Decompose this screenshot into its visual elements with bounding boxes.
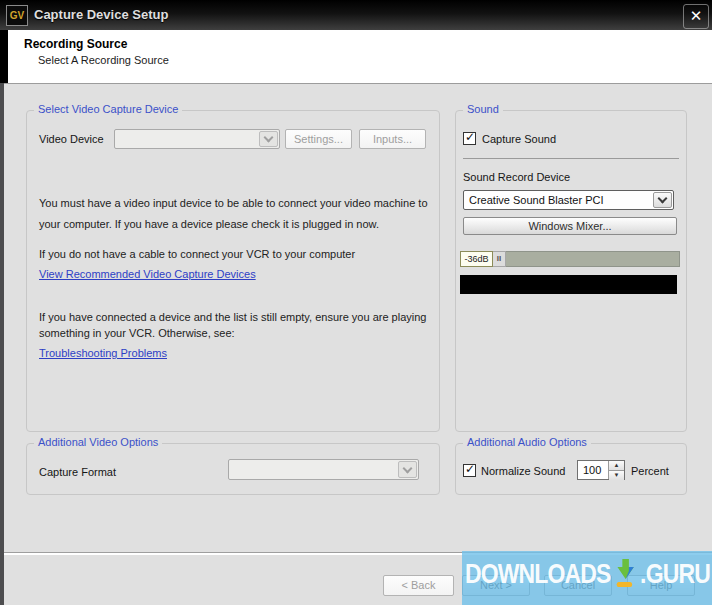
- sound-group: Sound ✓ Capture Sound Sound Record Devic…: [455, 110, 687, 432]
- sound-group-title: Sound: [463, 103, 503, 115]
- video-options-group-title: Additional Video Options: [34, 436, 162, 448]
- chevron-down-icon[interactable]: [259, 131, 278, 147]
- normalize-percent-value: 100: [578, 461, 608, 479]
- video-help-paragraph-1: You must have a video input device to be…: [39, 193, 441, 235]
- sound-separator: [463, 158, 679, 159]
- watermark-content: DOWNLOADS .GURU: [464, 558, 709, 590]
- stepper-down-icon[interactable]: ▼: [609, 471, 624, 480]
- title-bar[interactable]: GV Capture Device Setup ✕: [0, 0, 712, 30]
- troubleshooting-link[interactable]: Troubleshooting Problems: [39, 347, 167, 359]
- video-device-label: Video Device: [39, 133, 104, 145]
- header-panel: Recording Source Select A Recording Sour…: [8, 30, 712, 83]
- downloads-guru-watermark: DOWNLOADS .GURU: [462, 551, 712, 605]
- percent-label: Percent: [631, 465, 669, 477]
- back-button[interactable]: < Back: [383, 575, 454, 596]
- capture-sound-label: Capture Sound: [482, 133, 556, 145]
- window-title: Capture Device Setup: [34, 0, 168, 30]
- video-device-select[interactable]: [114, 129, 280, 149]
- record-device-label: Sound Record Device: [463, 171, 570, 183]
- checkmark-icon: ✓: [465, 130, 475, 144]
- page-subtitle: Select A Recording Source: [38, 54, 169, 66]
- recommended-devices-link[interactable]: View Recommended Video Capture Devices: [39, 268, 256, 280]
- video-help-paragraph-3: If you have connected a device and the l…: [39, 309, 441, 341]
- stepper-arrows: ▲ ▼: [608, 461, 624, 479]
- stepper-up-icon[interactable]: ▲: [609, 461, 624, 471]
- watermark-text-left: DOWNLOADS: [464, 558, 610, 590]
- header-band: Recording Source Select A Recording Sour…: [0, 30, 712, 83]
- audio-options-group-title: Additional Audio Options: [463, 436, 591, 448]
- level-display-area: [460, 275, 677, 294]
- watermark-text-right: .GURU: [640, 558, 710, 590]
- windows-mixer-button[interactable]: Windows Mixer...: [463, 217, 677, 235]
- chevron-down-icon[interactable]: [398, 461, 417, 478]
- close-button[interactable]: ✕: [683, 4, 709, 29]
- normalize-sound-label: Normalize Sound: [481, 465, 565, 477]
- chevron-down-icon[interactable]: [653, 192, 672, 208]
- record-device-value: Creative Sound Blaster PCI: [464, 194, 652, 206]
- settings-button[interactable]: Settings...: [285, 129, 352, 149]
- app-icon: GV: [6, 5, 28, 26]
- capture-device-setup-window: GV Capture Device Setup ✕ Recording Sour…: [0, 0, 712, 605]
- window-left-border: [0, 83, 4, 605]
- video-capture-group-title: Select Video Capture Device: [34, 103, 182, 115]
- video-help-paragraph-2: If you do not have a cable to connect yo…: [39, 248, 441, 260]
- pause-meter-button[interactable]: II: [493, 251, 506, 267]
- inputs-button[interactable]: Inputs...: [359, 129, 426, 149]
- downloads-guru-logo-icon: [613, 558, 638, 590]
- capture-format-label: Capture Format: [39, 466, 116, 478]
- normalize-percent-stepper[interactable]: 100 ▲ ▼: [577, 460, 625, 480]
- video-options-group: Additional Video Options Capture Format: [26, 443, 440, 495]
- normalize-sound-checkbox[interactable]: ✓: [463, 464, 476, 477]
- video-capture-group: Select Video Capture Device Video Device…: [26, 110, 440, 432]
- record-device-select[interactable]: Creative Sound Blaster PCI: [463, 190, 674, 210]
- checkmark-icon: ✓: [465, 462, 475, 476]
- level-meter-bar: [506, 251, 680, 267]
- audio-level-meter: -36dB II: [460, 251, 680, 267]
- capture-sound-checkbox[interactable]: ✓: [463, 132, 476, 145]
- capture-format-select[interactable]: [228, 459, 419, 480]
- db-readout: -36dB: [460, 251, 493, 267]
- audio-options-group: Additional Audio Options ✓ Normalize Sou…: [455, 443, 687, 495]
- page-title: Recording Source: [24, 37, 127, 51]
